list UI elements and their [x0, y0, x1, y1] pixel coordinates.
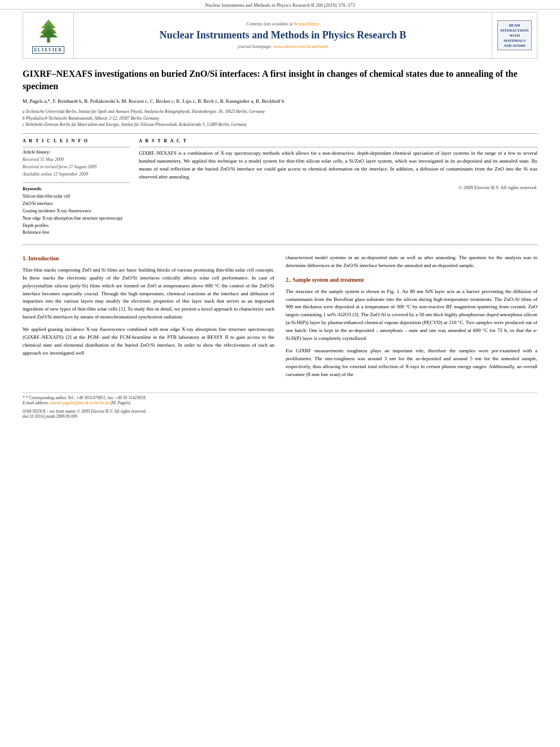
- email-line: E-mail address: marcel.pagels@physik.tu-…: [23, 400, 537, 405]
- section1-para2: We applied grazing incidence X-ray fluor…: [23, 326, 274, 357]
- issn-line: 0168-583X/$ – see front matter © 2009 El…: [23, 409, 537, 414]
- article-title: GIXRF–NEXAFS investigations on buried Zn…: [23, 68, 537, 93]
- journal-citation-bar: Nuclear Instruments and Methods in Physi…: [0, 0, 560, 10]
- available-date: Available online 15 September 2009: [23, 171, 130, 178]
- beam-interactions-box: BEAMINTERACTIONSWITHMATERIALSAND ATOMS: [492, 12, 537, 58]
- bottom-bar: * * Corresponding author. Tel.: +49 3031…: [23, 392, 537, 419]
- svg-point-9: [53, 34, 54, 36]
- copyright-line: © 2009 Elsevier B.V. All rights reserved…: [139, 185, 537, 190]
- abstract-column: A B S T R A C T GIXRF–NEXAFS is a combin…: [139, 138, 537, 237]
- body-left-column: 1. Introduction Thin-film stacks compris…: [23, 254, 274, 383]
- footnote-star: *: [23, 395, 25, 400]
- section1-para1: Thin-film stacks comprising ZnO and Si f…: [23, 267, 274, 322]
- affiliation-b: b Physikalisch-Technische Bundesanstalt,…: [23, 115, 537, 121]
- abstract-heading: A B S T R A C T: [139, 138, 537, 143]
- keywords-list: Silicon thin-film solar cell ZnO/Si inte…: [23, 193, 130, 237]
- section2-title: 2.. Sample system and treatment: [286, 276, 537, 285]
- body-section: 1. Introduction Thin-film stacks compris…: [23, 254, 537, 383]
- keyword-6: Reference-free: [23, 229, 130, 237]
- doi-line: doi:10.1016/j.nimb.2009.09.009: [23, 414, 537, 419]
- svg-point-6: [41, 30, 43, 32]
- svg-point-8: [42, 34, 44, 36]
- email-link[interactable]: marcel.pagels@physik.tu-berlin.de: [50, 400, 110, 405]
- right-intro-para: characterized model systems in an as-dep…: [286, 254, 537, 270]
- keyword-3: Grazing incidence X-ray fluorescence: [23, 208, 130, 215]
- affiliation-c: c Helmholtz-Zentrum Berlin für Materiali…: [23, 121, 537, 128]
- article-info-column: A R T I C L E I N F O Article history: R…: [23, 138, 130, 237]
- journal-citation-text: Nuclear Instruments and Methods in Physi…: [205, 2, 355, 8]
- svg-point-4: [43, 25, 45, 27]
- journal-title-area: Contents lists available at ScienceDirec…: [74, 12, 492, 58]
- section1-title: 1. Introduction: [23, 254, 274, 263]
- main-content: GIXRF–NEXAFS investigations on buried Zn…: [23, 62, 537, 383]
- authors-line: M. Pagels a,*, F. Reinhardt b, B. Pollak…: [23, 98, 537, 106]
- affiliations: a Technische Universität Berlin, Institu…: [23, 108, 537, 128]
- svg-point-7: [54, 30, 55, 32]
- keyword-1: Silicon thin-film solar cell: [23, 193, 130, 200]
- elsevier-logo: ELSEVIER: [32, 17, 65, 54]
- received-date: Received 31 May 2009: [23, 156, 130, 164]
- section2-para2: For GIXRF measurements roughness plays a…: [286, 347, 537, 379]
- keywords-label: Keywords:: [23, 186, 130, 191]
- sciencedirect-link[interactable]: ScienceDirect: [294, 21, 320, 27]
- keyword-2: ZnO/Si interface: [23, 200, 130, 208]
- history-dates: Received 31 May 2009 Received in revised…: [23, 156, 130, 178]
- divider-1: [23, 133, 537, 134]
- homepage-url[interactable]: www.elsevier.com/locate/nimb: [273, 44, 328, 49]
- article-info-heading: A R T I C L E I N F O: [23, 138, 130, 143]
- section2-para1: The structure of the sample system is sh…: [286, 288, 537, 343]
- affiliation-a: a Technische Universität Berlin, Institu…: [23, 108, 537, 115]
- body-right-column: characterized model systems in an as-dep…: [286, 254, 537, 383]
- keyword-4: Near edge X-ray absorption fine structur…: [23, 215, 130, 222]
- elsevier-brand-text: ELSEVIER: [32, 46, 65, 54]
- divider-keywords: [23, 182, 130, 183]
- elsevier-logo-area: ELSEVIER: [23, 12, 74, 58]
- svg-point-5: [51, 24, 53, 26]
- keyword-5: Depth profiles: [23, 222, 130, 230]
- article-history: Article history: Received 31 May 2009 Re…: [23, 150, 130, 178]
- keywords-section: Keywords: Silicon thin-film solar cell Z…: [23, 186, 130, 237]
- journal-header: ELSEVIER Contents lists available at Sci…: [23, 12, 537, 59]
- footnote-star-line: * * Corresponding author. Tel.: +49 3031…: [23, 395, 537, 400]
- elsevier-tree-icon: [32, 17, 65, 45]
- history-label: Article history:: [23, 150, 130, 155]
- revised-date: Received in revised form 27 August 2009: [23, 164, 130, 171]
- divider-body: [23, 244, 537, 245]
- svg-point-10: [47, 21, 49, 23]
- beam-box-content: BEAMINTERACTIONSWITHMATERIALSAND ATOMS: [497, 20, 531, 50]
- journal-homepage: journal homepage: www.elsevier.com/locat…: [238, 44, 328, 49]
- info-abstract-section: A R T I C L E I N F O Article history: R…: [23, 138, 537, 237]
- divider-info: [23, 147, 130, 147]
- divider-abstract: [139, 147, 537, 147]
- sciencedirect-line: Contents lists available at ScienceDirec…: [247, 21, 320, 27]
- abstract-text: GIXRF–NEXAFS is a combination of X-ray s…: [139, 150, 537, 181]
- journal-title: Nuclear Instruments and Methods in Physi…: [160, 29, 406, 42]
